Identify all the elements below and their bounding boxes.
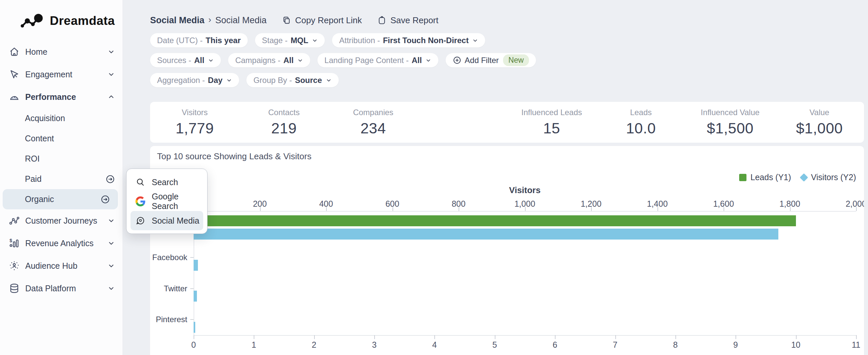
metric-label: Leads [596, 108, 686, 117]
visitors-bar[interactable] [194, 291, 197, 301]
top-axis-tickmark [260, 207, 261, 211]
copy-report-link-button[interactable]: Copy Report Link [282, 15, 362, 26]
save-report-label: Save Report [391, 15, 439, 26]
chevron-down-icon [312, 37, 318, 43]
top-axis-title: Visitors [194, 185, 856, 195]
bottom-axis-tickmark [314, 335, 315, 339]
filter-chip-value: Source [295, 76, 322, 85]
bottom-axis-tickmark [675, 335, 676, 339]
filter-chip-label: Attribution - [339, 36, 380, 45]
sidebar-item-paid[interactable]: Paid [0, 169, 123, 189]
new-badge: New [503, 55, 529, 66]
chevron-down-icon [208, 57, 214, 63]
filter-chip-sources[interactable]: Sources -All [150, 53, 221, 67]
google-icon [135, 196, 146, 206]
breadcrumb-section[interactable]: Social Media [150, 15, 205, 26]
menu-item-social-media[interactable]: Social Media [130, 211, 203, 230]
sidebar-item-label: Customer Journeys [25, 216, 97, 226]
top-axis-tickmark [856, 207, 857, 211]
bottom-axis-tick-label: 1 [251, 340, 256, 350]
sidebar-item-label: Organic [25, 194, 54, 204]
category-label-twitter: Twitter [150, 284, 187, 293]
search-icon [135, 177, 146, 187]
filter-chip-campaigns[interactable]: Campaigns -All [228, 53, 310, 67]
audience-icon [9, 260, 20, 271]
leads-bar[interactable] [194, 215, 796, 226]
sidebar-item-revenue-analytics[interactable]: $Revenue Analytics [0, 232, 123, 255]
legend-label: Visitors (Y2) [811, 172, 856, 182]
category-tickmark [190, 319, 194, 320]
filter-chip-date-utc[interactable]: Date (UTC) -This year [150, 33, 248, 47]
filter-chip-stage[interactable]: Stage -MQL [255, 33, 325, 47]
bottom-axis-tickmark [736, 335, 736, 339]
sidebar-item-customer-journeys[interactable]: Customer Journeys [0, 209, 123, 232]
filter-chip-aggregation[interactable]: Aggregation -Day [150, 73, 239, 87]
top-axis-tickmark [459, 207, 459, 211]
chevron-down-icon [297, 57, 303, 63]
filter-row-2: Sources -AllCampaigns -AllLanding Page C… [150, 53, 715, 67]
filter-chip-value: All [412, 56, 422, 65]
filter-chip-group-by[interactable]: Group By -Source [246, 73, 338, 87]
filter-chip-landing-page-content[interactable]: Landing Page Content -All [317, 53, 438, 67]
sidebar-item-roi[interactable]: ROI [0, 149, 123, 169]
chevron-down-icon [107, 285, 115, 292]
open-report-arrow-icon [101, 195, 110, 204]
sidebar-item-label: Revenue Analytics [25, 238, 94, 248]
sidebar-item-audience-hub[interactable]: Audience Hub [0, 255, 123, 277]
metric-value: 234 [329, 120, 418, 137]
sidebar-item-data-platform[interactable]: Data Platform [0, 277, 123, 299]
cursor-icon [9, 69, 20, 80]
menu-item-google-search[interactable]: Google Search [130, 192, 203, 211]
metric-label: Value [775, 108, 864, 117]
save-report-button[interactable]: Save Report [377, 15, 439, 26]
legend-item-leads-y1-[interactable]: Leads (Y1) [739, 172, 791, 182]
top-axis-tickmark [657, 207, 658, 211]
bottom-axis-tickmark [856, 335, 857, 339]
copy-report-link-label: Copy Report Link [295, 15, 362, 26]
sidebar-item-performance[interactable]: Performance [0, 86, 123, 108]
filter-chip-value: Day [208, 76, 222, 85]
menu-item-label: Search [152, 178, 178, 187]
filter-chip-label: Date (UTC) - [157, 36, 203, 45]
sidebar-item-acquisition[interactable]: Acquisition [0, 108, 123, 128]
menu-item-search[interactable]: Search [130, 172, 203, 192]
bottom-axis-tickmark [254, 335, 254, 339]
sidebar-item-content[interactable]: Content [0, 128, 123, 149]
metric-influenced-leads: Influenced Leads15 [507, 108, 596, 137]
gauge-icon [9, 91, 20, 102]
revenue-icon: $ [9, 237, 20, 249]
metric-value: 219 [240, 120, 329, 137]
visitors-bar[interactable] [194, 322, 195, 333]
legend-diamond-marker [800, 173, 808, 182]
visitors-bar[interactable] [194, 260, 198, 271]
legend-item-visitors-y2-[interactable]: Visitors (Y2) [801, 172, 856, 182]
chart-legend: Leads (Y1)Visitors (Y2) [739, 172, 856, 182]
add-filter-label: Add Filter [465, 56, 499, 65]
filter-chip-attribution[interactable]: Attribution -First Touch Non-Direct [332, 33, 485, 47]
metric-companies: Companies234 [329, 108, 418, 137]
filter-row-1: Date (UTC) -This yearStage -MQLAttributi… [150, 33, 715, 47]
copy-icon [282, 15, 291, 25]
chevron-down-icon [326, 77, 332, 83]
chevron-down-icon [226, 77, 232, 83]
top-axis-tickmark [790, 207, 790, 211]
metrics-summary-card: Visitors1,779Contacts219Companies234Infl… [150, 102, 864, 143]
sidebar-item-label: ROI [25, 154, 39, 164]
add-filter-button[interactable]: Add FilterNew [445, 53, 536, 67]
brand-name: Dreamdata [50, 14, 115, 28]
bottom-axis-tick-label: 7 [613, 340, 618, 350]
dreamdata-logo[interactable]: Dreamdata [17, 12, 115, 29]
topbar: Social Media › Social Media Copy Report … [150, 14, 438, 26]
metric-label: Influenced Leads [507, 108, 596, 117]
sidebar-item-engagement[interactable]: Engagement [0, 63, 123, 86]
filter-chip-value: MQL [290, 36, 308, 45]
visitors-bar[interactable] [194, 229, 778, 239]
sidebar-item-organic[interactable]: Organic [3, 189, 118, 209]
sidebar-item-home[interactable]: Home [0, 40, 123, 63]
chevron-down-icon [107, 262, 115, 269]
source-dropdown-menu: SearchGoogle SearchSocial Media [126, 168, 208, 234]
top-axis-tickmark [525, 207, 526, 211]
top-axis-line [194, 211, 856, 212]
bottom-axis-tick-label: 5 [492, 340, 497, 350]
scrollbar-gutter[interactable] [864, 0, 868, 355]
